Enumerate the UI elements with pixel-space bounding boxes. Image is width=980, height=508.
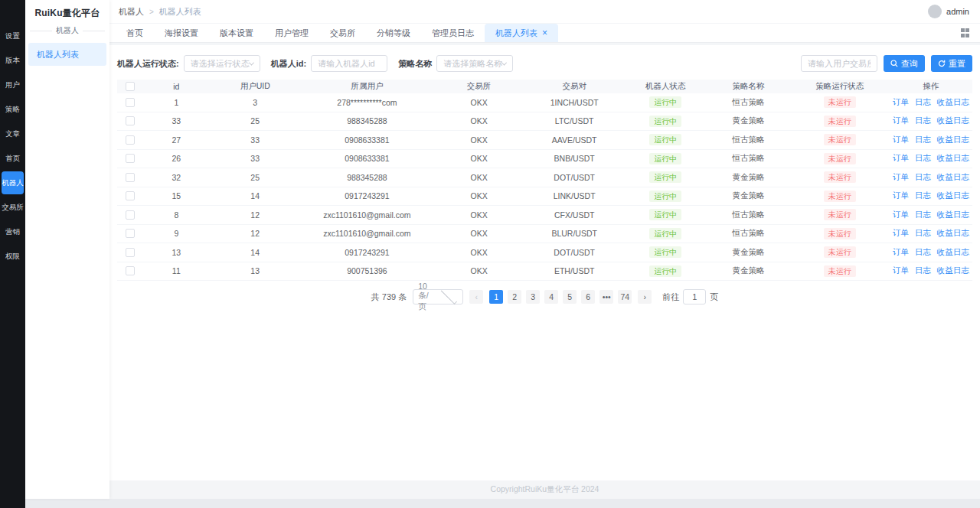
tab-版本设置[interactable]: 版本设置 [209, 24, 264, 42]
user-menu[interactable]: admin [928, 5, 969, 18]
tab-海报设置[interactable]: 海报设置 [154, 24, 209, 42]
robot-status-badge: 运行中 [649, 228, 681, 239]
row-checkbox[interactable] [126, 173, 135, 182]
orders-link[interactable]: 订单 [893, 247, 909, 256]
profit-logs-link[interactable]: 收益日志 [937, 265, 969, 275]
breadcrumb-item[interactable]: 机器人 [119, 7, 144, 16]
page-number[interactable]: 1 [489, 290, 503, 304]
logs-link[interactable]: 日志 [915, 172, 931, 181]
orders-link[interactable]: 订单 [893, 265, 909, 275]
rail-item-8[interactable]: 交易所 [2, 196, 24, 219]
profit-logs-link[interactable]: 收益日志 [937, 116, 969, 125]
profit-logs-link[interactable]: 收益日志 [937, 135, 969, 144]
profit-logs-link[interactable]: 收益日志 [937, 190, 969, 200]
page-number[interactable]: 3 [526, 290, 540, 304]
row-checkbox[interactable] [126, 210, 135, 220]
logs-link[interactable]: 日志 [915, 228, 931, 237]
cell-robot-status: 运行中 [624, 96, 707, 108]
page-number[interactable]: 74 [618, 290, 632, 304]
orders-link[interactable]: 订单 [893, 97, 909, 106]
page-number[interactable]: 5 [563, 290, 577, 304]
logs-link[interactable]: 日志 [915, 135, 931, 144]
tab-用户管理[interactable]: 用户管理 [264, 24, 319, 42]
orders-link[interactable]: 订单 [893, 153, 909, 162]
select-all-checkbox[interactable] [126, 82, 135, 91]
close-tab-icon[interactable]: × [542, 28, 547, 37]
avatar[interactable] [928, 5, 942, 18]
tab-机器人列表[interactable]: 机器人列表× [485, 24, 558, 42]
tab-首页[interactable]: 首页 [116, 24, 154, 42]
page-size-select[interactable]: 10条/页 [413, 289, 463, 304]
cell-pair: DOT/USDT [524, 173, 624, 182]
robot-status-select[interactable]: 请选择运行状态 [184, 55, 260, 72]
cell-id: 8 [143, 210, 210, 220]
logs-link[interactable]: 日志 [915, 116, 931, 125]
row-checkbox[interactable] [126, 154, 135, 163]
cell-uid: 33 [210, 154, 301, 163]
profit-logs-link[interactable]: 收益日志 [937, 228, 969, 237]
rail-item-3[interactable]: 用户 [2, 73, 24, 96]
tab-options-grid-icon[interactable] [961, 28, 970, 37]
primary-sidebar: 设置版本用户策略文章首页机器人交易所营销权限 [0, 0, 25, 508]
page-number[interactable]: 4 [544, 290, 558, 304]
orders-link[interactable]: 订单 [893, 228, 909, 237]
cell-actions: 订单日志收益日志 [890, 97, 972, 108]
rail-item-6[interactable]: 首页 [2, 147, 24, 170]
orders-link[interactable]: 订单 [893, 135, 909, 144]
row-checkbox[interactable] [126, 98, 135, 107]
goto-page-input[interactable] [683, 289, 706, 304]
robot-status-badge: 运行中 [649, 134, 681, 145]
row-checkbox[interactable] [126, 266, 135, 275]
rail-item-7[interactable]: 机器人 [2, 171, 24, 194]
logs-link[interactable]: 日志 [915, 153, 931, 162]
logs-link[interactable]: 日志 [915, 247, 931, 256]
page-number[interactable]: 2 [508, 290, 521, 304]
profit-logs-link[interactable]: 收益日志 [937, 172, 969, 181]
cell-exchange: OKX [433, 229, 524, 238]
cell-actions: 订单日志收益日志 [890, 190, 972, 201]
profit-logs-link[interactable]: 收益日志 [937, 247, 969, 256]
rail-item-9[interactable]: 营销 [2, 220, 24, 243]
orders-link[interactable]: 订单 [893, 172, 909, 181]
sidebar-item-robot-list[interactable]: 机器人列表 [28, 43, 106, 66]
logs-link[interactable]: 日志 [915, 210, 931, 219]
row-checkbox-cell [117, 229, 143, 238]
tab-交易所[interactable]: 交易所 [319, 24, 366, 42]
tab-分销等级[interactable]: 分销等级 [366, 24, 421, 42]
footer: CopyrightRuiKu量化平台 2024 [109, 480, 980, 499]
row-checkbox[interactable] [126, 116, 135, 125]
cell-robot-status: 运行中 [624, 190, 707, 202]
page-number[interactable]: 6 [581, 290, 595, 304]
tab-管理员日志[interactable]: 管理员日志 [421, 24, 485, 42]
orders-link[interactable]: 订单 [893, 210, 909, 219]
row-checkbox[interactable] [126, 191, 135, 200]
next-page-button[interactable]: › [638, 290, 652, 304]
logs-link[interactable]: 日志 [915, 265, 931, 275]
content-panel: 机器人运行状态: 请选择运行状态 机器人id: 策略名称 请选择策略名称 查询 [109, 43, 980, 480]
profit-logs-link[interactable]: 收益日志 [937, 153, 969, 162]
user-exchange-input[interactable] [808, 59, 871, 68]
strategy-name-select[interactable]: 请选择策略名称 [436, 55, 513, 72]
row-checkbox[interactable] [126, 248, 135, 257]
row-checkbox[interactable] [126, 135, 135, 145]
cell-robot-status: 运行中 [624, 153, 707, 164]
cell-uid: 25 [210, 116, 301, 125]
rail-item-1[interactable]: 设置 [2, 24, 24, 47]
logs-link[interactable]: 日志 [915, 190, 931, 200]
cell-id: 9 [143, 229, 210, 238]
cell-uid: 33 [210, 135, 301, 145]
rail-item-2[interactable]: 版本 [2, 49, 24, 72]
profit-logs-link[interactable]: 收益日志 [937, 97, 969, 106]
row-checkbox[interactable] [126, 229, 135, 238]
search-button[interactable]: 查询 [884, 55, 925, 72]
rail-item-5[interactable]: 文章 [2, 122, 24, 145]
rail-item-10[interactable]: 权限 [2, 245, 24, 268]
orders-link[interactable]: 订单 [893, 190, 909, 200]
robot-id-input[interactable] [318, 59, 381, 68]
rail-item-4[interactable]: 策略 [2, 98, 24, 121]
logs-link[interactable]: 日志 [915, 97, 931, 106]
profit-logs-link[interactable]: 收益日志 [937, 210, 969, 219]
prev-page-button[interactable]: ‹ [469, 290, 483, 304]
orders-link[interactable]: 订单 [893, 116, 909, 125]
reset-button[interactable]: 重置 [931, 55, 972, 72]
